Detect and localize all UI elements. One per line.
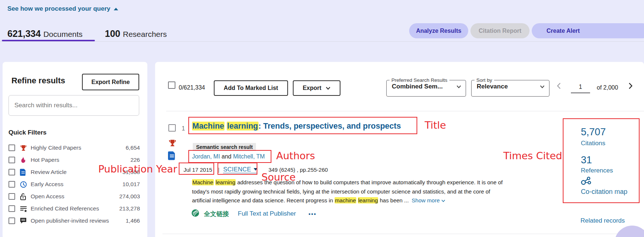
result-index: 1	[182, 125, 185, 132]
tabs-divider	[0, 41, 644, 42]
citations-label[interactable]: Citations	[581, 140, 605, 147]
open-lock-icon	[20, 193, 27, 200]
filter-count: 1,466	[126, 217, 140, 224]
source-dropdown-icon	[254, 168, 257, 171]
select-all-checkbox[interactable]	[168, 81, 175, 89]
filter-label[interactable]: Open Access	[31, 193, 64, 200]
enriched-references-icon	[20, 205, 27, 212]
collapse-arrow-icon	[114, 8, 118, 10]
chevron-down-icon	[441, 199, 445, 202]
filter-count: 6,654	[126, 144, 140, 151]
review-article-checkbox[interactable]	[8, 169, 15, 175]
filter-row-publisher-reviews: Open publisher-invited reviews 1,466	[8, 216, 140, 226]
filter-count: 274,003	[119, 193, 140, 200]
toolbar-divider	[166, 111, 644, 111]
related-records-link[interactable]: Related records	[580, 217, 625, 224]
tab-documents[interactable]: 621,334 Documents	[7, 28, 83, 39]
show-more-link[interactable]: Show more	[412, 197, 445, 203]
chevron-down-icon	[540, 85, 545, 88]
volume-pages: 349 (6245) , pp.255-260	[268, 167, 328, 173]
highly-cited-checkbox[interactable]	[8, 144, 15, 151]
co-citation-map-link[interactable]: Co-citation map	[581, 188, 627, 196]
page-input[interactable]	[571, 81, 590, 93]
semantic-search-badge: Semantic search result	[193, 143, 256, 151]
filter-row-highly-cited: Highly Cited Papers 6,654	[8, 143, 140, 153]
filter-label[interactable]: Early Access	[31, 181, 64, 188]
refine-results-title: Refine results	[11, 76, 65, 86]
create-alert-button[interactable]: Create Alert	[532, 23, 644, 38]
open-access-checkbox[interactable]	[8, 193, 15, 200]
author-link[interactable]: Jordan, MI	[192, 153, 220, 160]
result-title-link[interactable]: Machine learning: Trends, perspectives, …	[192, 122, 401, 131]
filter-count: 226	[130, 157, 140, 163]
authors-separator: and	[220, 153, 233, 160]
processed-query-link[interactable]: See how we processed your query	[7, 5, 118, 13]
hot-papers-checkbox[interactable]	[8, 157, 15, 163]
source-journal-link[interactable]: SCIENCE	[223, 166, 257, 173]
filter-row-enriched-references: Enriched Cited References 213,278	[8, 204, 140, 213]
early-access-checkbox[interactable]	[8, 181, 15, 188]
references-count[interactable]: 31	[581, 154, 592, 166]
result-divider	[162, 234, 639, 234]
sort-by-value: Relevance	[477, 83, 508, 90]
sort-by-legend: Sort by	[475, 77, 494, 83]
abstract-text: Machine learning addresses the question …	[192, 179, 503, 203]
enriched-references-checkbox[interactable]	[8, 205, 15, 212]
documents-label: Documents	[43, 30, 82, 39]
next-page-button[interactable]	[628, 83, 633, 91]
filter-label[interactable]: Review Article	[31, 169, 66, 175]
filter-label[interactable]: Hot Papers	[31, 157, 59, 163]
review-article-icon	[20, 169, 27, 176]
quick-filters-title: Quick Filters	[8, 129, 47, 136]
filter-row-hot-papers: Hot Papers 226	[8, 155, 140, 165]
export-label: Export	[303, 85, 322, 91]
tab-researchers[interactable]: 100 Researchers	[105, 28, 167, 39]
researchers-count: 100	[105, 28, 120, 39]
full-text-row: 全文链接 Full Text at Publisher •••	[191, 209, 316, 219]
co-citation-network-icon[interactable]	[580, 176, 592, 187]
export-refine-button[interactable]: Export Refine	[82, 74, 139, 90]
source-journal-name: SCIENCE	[223, 166, 251, 173]
filter-label[interactable]: Highly Cited Papers	[31, 144, 81, 151]
more-options-button[interactable]: •••	[308, 211, 316, 217]
filter-label[interactable]: Open publisher-invited reviews	[31, 217, 109, 224]
result-authors: Jordan, MI and Mitchell, TM	[192, 153, 265, 160]
preferred-search-results-select[interactable]: Preferred Search Results Combined Sem...	[386, 77, 466, 97]
result-checkbox[interactable]	[168, 124, 176, 132]
references-label[interactable]: References	[581, 167, 613, 174]
search-within-results-input[interactable]	[8, 95, 139, 116]
chevron-down-icon	[456, 85, 461, 88]
filter-row-review-article: Review Article 31,508	[8, 167, 140, 177]
filter-label[interactable]: Enriched Cited References	[31, 205, 99, 212]
chevron-down-icon	[326, 87, 330, 90]
page-of-label: of 2,000	[597, 84, 618, 91]
preferred-search-results-value: Combined Sem...	[392, 83, 443, 90]
full-text-link-chinese[interactable]: 全文链接	[204, 210, 229, 218]
review-bubble-icon	[20, 217, 27, 224]
processed-query-label: See how we processed your query	[7, 5, 110, 13]
researchers-label: Researchers	[123, 30, 167, 39]
full-text-globe-icon	[191, 209, 199, 219]
documents-count: 621,334	[7, 28, 41, 39]
filter-count: 31,508	[123, 169, 140, 175]
filter-count: 213,278	[119, 205, 140, 212]
citations-count[interactable]: 5,707	[581, 126, 606, 138]
citation-report-button[interactable]: Citation Report	[470, 23, 530, 38]
flame-icon	[20, 157, 27, 164]
publisher-reviews-checkbox[interactable]	[8, 217, 15, 224]
add-to-marked-list-button[interactable]: Add To Marked List	[214, 80, 288, 96]
meta-separator: |	[218, 167, 220, 173]
publication-date: Jul 17 2015	[184, 167, 212, 173]
sort-by-select[interactable]: Sort by Relevance	[471, 77, 549, 97]
filter-count: 10,017	[123, 181, 140, 188]
full-text-at-publisher-link[interactable]: Full Text at Publisher	[238, 210, 296, 217]
preferred-search-results-legend: Preferred Search Results	[390, 77, 449, 83]
filter-row-early-access: Early Access 10,017	[8, 180, 140, 189]
trophy-icon	[20, 144, 27, 151]
analyze-results-button[interactable]: Analyze Results	[409, 23, 468, 38]
previous-page-button[interactable]	[557, 83, 561, 91]
result-meta-row: Jul 17 2015 | SCIENCE 349 (6245) , pp.25…	[184, 166, 328, 173]
export-button[interactable]: Export	[293, 80, 340, 96]
highly-cited-trophy-icon	[168, 139, 177, 149]
author-link[interactable]: Mitchell, TM	[233, 153, 265, 160]
